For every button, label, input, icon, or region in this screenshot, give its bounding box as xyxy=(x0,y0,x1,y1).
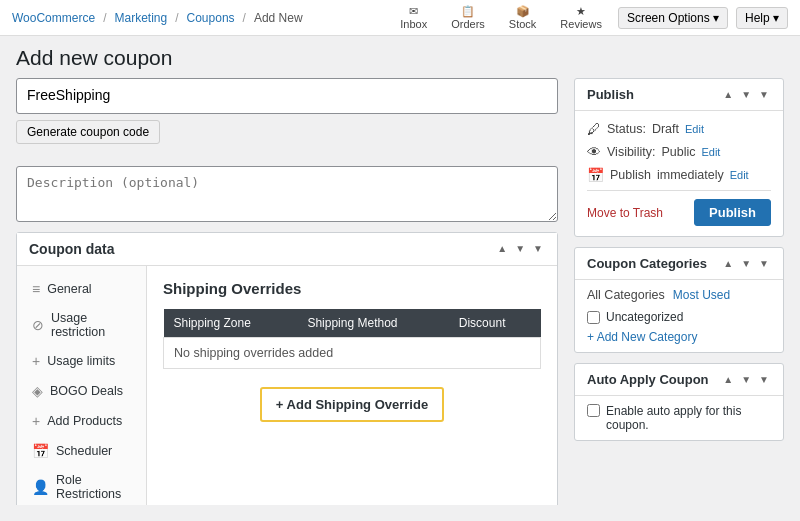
breadcrumb-marketing[interactable]: Marketing xyxy=(114,11,167,25)
collapse-btn[interactable]: ▼ xyxy=(531,241,545,256)
visibility-row: 👁 Visibility: Public Edit xyxy=(587,144,771,160)
col-shipping-method: Shipping Method xyxy=(297,309,448,338)
main-wrap: Add new coupon Generate coupon code Coup… xyxy=(0,36,800,521)
generate-coupon-button[interactable]: Generate coupon code xyxy=(16,120,160,144)
breadcrumb-sep-2: / xyxy=(175,11,178,25)
bogo-label: BOGO Deals xyxy=(50,384,123,398)
add-shipping-override-button[interactable]: + Add Shipping Override xyxy=(260,387,444,422)
publish-time-value: immediately xyxy=(657,168,724,182)
auto-apply-header-label: Auto Apply Coupon xyxy=(587,372,709,387)
usage-limits-icon: + xyxy=(32,353,40,369)
inbox-label: Inbox xyxy=(400,18,427,30)
breadcrumb-sep-3: / xyxy=(243,11,246,25)
publish-button[interactable]: Publish xyxy=(694,199,771,226)
categories-header: Coupon Categories ▲ ▼ ▼ xyxy=(575,248,783,280)
categories-collapse-btn[interactable]: ▼ xyxy=(757,256,771,271)
coupon-name-input[interactable] xyxy=(16,78,558,114)
sidebar-item-usage-restriction[interactable]: ⊘ Usage restriction xyxy=(17,304,146,346)
categories-body: All Categories Most Used Uncategorized +… xyxy=(575,280,783,352)
visibility-edit-link[interactable]: Edit xyxy=(701,146,720,158)
chevron-up-btn[interactable]: ▲ xyxy=(495,241,509,256)
sidebar-item-scheduler[interactable]: 📅 Scheduler xyxy=(17,436,146,466)
sidebar-item-add-products[interactable]: + Add Products xyxy=(17,406,146,436)
chevron-down-btn[interactable]: ▼ xyxy=(513,241,527,256)
sidebar-column: Publish ▲ ▼ ▼ 🖊 Status: Draft Edit xyxy=(574,78,784,505)
publish-header-label: Publish xyxy=(587,87,634,102)
sidebar-item-bogo-deals[interactable]: ◈ BOGO Deals xyxy=(17,376,146,406)
scheduler-icon: 📅 xyxy=(32,443,49,459)
shipping-panel-title: Shipping Overrides xyxy=(163,280,541,297)
coupon-categories-box: Coupon Categories ▲ ▼ ▼ All Categories M… xyxy=(574,247,784,353)
auto-apply-up-btn[interactable]: ▲ xyxy=(721,372,735,387)
inbox-icon-group[interactable]: ✉ Inbox xyxy=(392,1,435,34)
auto-apply-controls: ▲ ▼ ▼ xyxy=(721,372,771,387)
visibility-icon: 👁 xyxy=(587,144,601,160)
help-button[interactable]: Help ▾ xyxy=(736,7,788,29)
stock-icon-group[interactable]: 📦 Stock xyxy=(501,1,545,34)
auto-apply-checkbox[interactable] xyxy=(587,404,600,417)
sidebar-item-general[interactable]: ≡ General xyxy=(17,274,146,304)
publish-time-row: 📅 Publish immediately Edit xyxy=(587,167,771,183)
breadcrumb-current: Add New xyxy=(254,11,303,25)
table-row-empty: No shipping overrides added xyxy=(164,337,541,368)
publish-body: 🖊 Status: Draft Edit 👁 Visibility: Publi… xyxy=(575,111,783,236)
visibility-label: Visibility: xyxy=(607,145,655,159)
coupon-data-header: Coupon data ▲ ▼ ▼ xyxy=(17,233,557,266)
scheduler-label: Scheduler xyxy=(56,444,112,458)
auto-apply-box: Auto Apply Coupon ▲ ▼ ▼ Enable auto appl… xyxy=(574,363,784,441)
breadcrumb-sep-1: / xyxy=(103,11,106,25)
reviews-icon-group[interactable]: ★ Reviews xyxy=(552,1,610,34)
orders-icon: 📋 xyxy=(461,5,475,18)
auto-apply-row: Enable auto apply for this coupon. xyxy=(587,404,771,432)
add-products-icon: + xyxy=(32,413,40,429)
categories-down-btn[interactable]: ▼ xyxy=(739,256,753,271)
breadcrumb-woocommerce[interactable]: WooCommerce xyxy=(12,11,95,25)
col-shipping-zone: Shipping Zone xyxy=(164,309,298,338)
general-icon: ≡ xyxy=(32,281,40,297)
categories-filter: All Categories Most Used xyxy=(587,288,771,302)
reviews-icon: ★ xyxy=(576,5,586,18)
usage-restriction-label: Usage restriction xyxy=(51,311,134,339)
coupon-data-inner: ≡ General ⊘ Usage restriction + Usage li… xyxy=(17,266,557,505)
status-edit-link[interactable]: Edit xyxy=(685,123,704,135)
orders-label: Orders xyxy=(451,18,485,30)
visibility-value: Public xyxy=(661,145,695,159)
general-label: General xyxy=(47,282,91,296)
sidebar-item-usage-limits[interactable]: + Usage limits xyxy=(17,346,146,376)
publish-collapse-btn[interactable]: ▼ xyxy=(757,87,771,102)
publish-header: Publish ▲ ▼ ▼ xyxy=(575,79,783,111)
coupon-data-box: Coupon data ▲ ▼ ▼ ≡ General xyxy=(16,232,558,505)
screen-options-button[interactable]: Screen Options ▾ xyxy=(618,7,728,29)
content-area: Generate coupon code Coupon data ▲ ▼ ▼ xyxy=(0,78,800,521)
bogo-icon: ◈ xyxy=(32,383,43,399)
auto-apply-collapse-btn[interactable]: ▼ xyxy=(757,372,771,387)
shipping-table: Shipping Zone Shipping Method Discount N… xyxy=(163,309,541,369)
publish-time-edit-link[interactable]: Edit xyxy=(730,169,749,181)
auto-apply-body: Enable auto apply for this coupon. xyxy=(575,396,783,440)
move-to-trash-link[interactable]: Move to Trash xyxy=(587,206,663,220)
category-uncategorized-label: Uncategorized xyxy=(606,310,683,324)
shipping-panel: Shipping Overrides Shipping Zone Shippin… xyxy=(147,266,557,505)
orders-icon-group[interactable]: 📋 Orders xyxy=(443,1,493,34)
breadcrumb-coupons[interactable]: Coupons xyxy=(187,11,235,25)
description-textarea[interactable] xyxy=(16,166,558,222)
category-uncategorized-checkbox[interactable] xyxy=(587,311,600,324)
role-label: Role Restrictions xyxy=(56,473,134,501)
publish-up-btn[interactable]: ▲ xyxy=(721,87,735,102)
filter-most-used-link[interactable]: Most Used xyxy=(673,288,730,302)
publish-box: Publish ▲ ▼ ▼ 🖊 Status: Draft Edit xyxy=(574,78,784,237)
publish-down-btn[interactable]: ▼ xyxy=(739,87,753,102)
category-uncategorized-row: Uncategorized xyxy=(587,310,771,324)
categories-controls: ▲ ▼ ▼ xyxy=(721,256,771,271)
status-value: Draft xyxy=(652,122,679,136)
publish-footer: Move to Trash Publish xyxy=(587,190,771,226)
top-bar: WooCommerce / Marketing / Coupons / Add … xyxy=(0,0,800,36)
page-header: Add new coupon xyxy=(0,36,800,78)
coupon-nav: ≡ General ⊘ Usage restriction + Usage li… xyxy=(17,266,147,505)
categories-up-btn[interactable]: ▲ xyxy=(721,256,735,271)
reviews-label: Reviews xyxy=(560,18,602,30)
sidebar-item-role-restrictions[interactable]: 👤 Role Restrictions xyxy=(17,466,146,505)
coupon-data-label: Coupon data xyxy=(29,241,115,257)
auto-apply-down-btn[interactable]: ▼ xyxy=(739,372,753,387)
add-new-category-link[interactable]: + Add New Category xyxy=(587,330,771,344)
